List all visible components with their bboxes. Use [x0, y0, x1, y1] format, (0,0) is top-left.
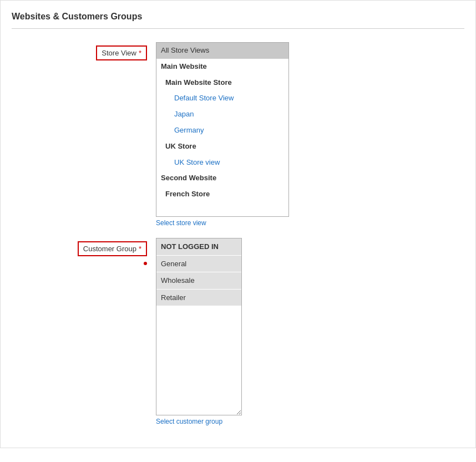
customer-group-row: Customer Group* NOT LOGGED INGeneralWhol… — [12, 238, 464, 425]
store-view-option-main_website_store[interactable]: Main Website Store — [156, 75, 288, 91]
customer-group-option-retailer[interactable]: Retailer — [156, 290, 241, 306]
store-view-option-uk_store_view[interactable]: UK Store view — [156, 155, 288, 171]
store-view-option-second_website[interactable]: Second Website — [156, 170, 288, 186]
section-title: Websites & Customers Groups — [12, 12, 464, 29]
store-view-option-default_store_view[interactable]: Default Store View — [156, 90, 288, 106]
customer-group-label-cell: Customer Group* — [12, 238, 156, 267]
customer-group-label-box: Customer Group* — [78, 241, 147, 256]
store-view-option-uk_store[interactable]: UK Store — [156, 139, 288, 155]
store-view-hint: Select store view — [156, 219, 464, 227]
page-container: Websites & Customers Groups Store View* … — [0, 0, 476, 448]
store-view-option-japan[interactable]: Japan — [156, 106, 288, 123]
customer-group-hint-suffix: customer group — [176, 418, 222, 425]
store-view-option-all[interactable]: All Store Views — [156, 43, 288, 59]
customer-group-option-general[interactable]: General — [156, 256, 241, 272]
store-view-label-cell: Store View* — [12, 42, 156, 60]
customer-group-required: * — [139, 245, 141, 253]
store-view-row: Store View* All Store ViewsMain WebsiteM… — [12, 42, 464, 227]
store-view-label: Store View — [102, 49, 136, 57]
store-view-label-box: Store View* — [96, 45, 147, 60]
store-view-option-germany[interactable]: Germany — [156, 123, 288, 139]
small-dot-indicator — [144, 262, 147, 265]
customer-group-option-not_logged_in[interactable]: NOT LOGGED IN — [156, 238, 241, 255]
store-view-listbox[interactable]: All Store ViewsMain WebsiteMain Website … — [156, 42, 289, 217]
store-view-field: All Store ViewsMain WebsiteMain Website … — [156, 42, 464, 227]
customer-group-hint: Select customer group — [156, 418, 464, 425]
store-view-required: * — [139, 49, 141, 57]
customer-group-label: Customer Group — [83, 245, 136, 253]
store-view-option-main_website[interactable]: Main Website — [156, 59, 288, 75]
store-view-option-french_store[interactable]: French Store — [156, 186, 288, 202]
customer-group-listbox[interactable]: NOT LOGGED INGeneralWholesaleRetailer — [156, 238, 242, 415]
customer-group-field: NOT LOGGED INGeneralWholesaleRetailer Se… — [156, 238, 464, 425]
customer-group-option-wholesale[interactable]: Wholesale — [156, 272, 241, 289]
customer-group-hint-prefix: Select — [156, 418, 176, 425]
